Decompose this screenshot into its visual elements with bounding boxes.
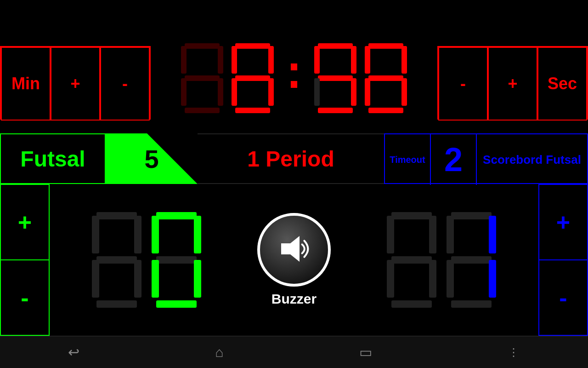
back-button[interactable]: ↩ — [68, 344, 79, 360]
speaker-icon — [276, 230, 312, 269]
home-button[interactable]: ⌂ — [215, 345, 224, 360]
left-score-minus-button[interactable]: - — [1, 260, 49, 335]
left-score-plus-button[interactable]: + — [1, 185, 49, 260]
sec-plus-button[interactable]: + — [488, 47, 537, 121]
sec-label: Sec — [537, 47, 587, 121]
right-score-plus-button[interactable]: + — [539, 185, 587, 260]
team-marker: T — [178, 139, 189, 160]
min-plus-button[interactable]: + — [51, 47, 100, 121]
timer-sec-tens — [312, 41, 358, 115]
buzzer-area: Buzzer — [243, 184, 345, 336]
sport-label: Futsal — [0, 133, 106, 184]
min-minus-button[interactable]: - — [100, 47, 150, 121]
left-score-digits — [50, 209, 243, 310]
recent-button[interactable]: ▭ — [359, 344, 372, 360]
timeout-count: 2 — [431, 134, 477, 185]
clock-display: : — [179, 41, 409, 115]
min-controls: Min + - — [0, 46, 151, 120]
mid-row: Futsal 5 T 1 Period Timeout 2 Scorebord … — [0, 133, 588, 184]
right-score-minus-button[interactable]: - — [539, 260, 587, 335]
min-label: Min — [1, 47, 51, 121]
timer-min-ones — [230, 41, 276, 115]
sec-minus-button[interactable]: - — [438, 47, 488, 121]
left-score-controls: + - — [0, 184, 50, 336]
score-row: + - — [0, 184, 588, 336]
left-score-tens — [89, 209, 144, 310]
left-score-ones — [149, 209, 204, 310]
timer-min-tens — [179, 41, 225, 115]
right-score-controls: + - — [538, 184, 588, 336]
team-size: 5 — [144, 144, 158, 174]
sec-controls: - + Sec — [437, 46, 588, 120]
bottom-nav: ↩ ⌂ ▭ ⋮ — [0, 336, 588, 368]
right-score-ones — [444, 209, 499, 310]
right-score-tens — [384, 209, 439, 310]
timer-colon: : — [280, 39, 308, 113]
right-score-digits — [345, 209, 538, 310]
timer-sec-ones — [363, 41, 409, 115]
more-button[interactable]: ⋮ — [508, 346, 520, 359]
buzzer-label: Buzzer — [271, 291, 317, 307]
svg-marker-0 — [281, 236, 300, 262]
buzzer-button[interactable] — [257, 213, 331, 287]
timeout-section: Timeout 2 Scorebord Futsal — [384, 133, 588, 184]
period-label: 1 Period — [198, 146, 384, 172]
scoreboard-label[interactable]: Scorebord Futsal — [477, 134, 587, 185]
timeout-label[interactable]: Timeout — [385, 134, 431, 185]
team-size-box[interactable]: 5 T — [106, 133, 198, 184]
